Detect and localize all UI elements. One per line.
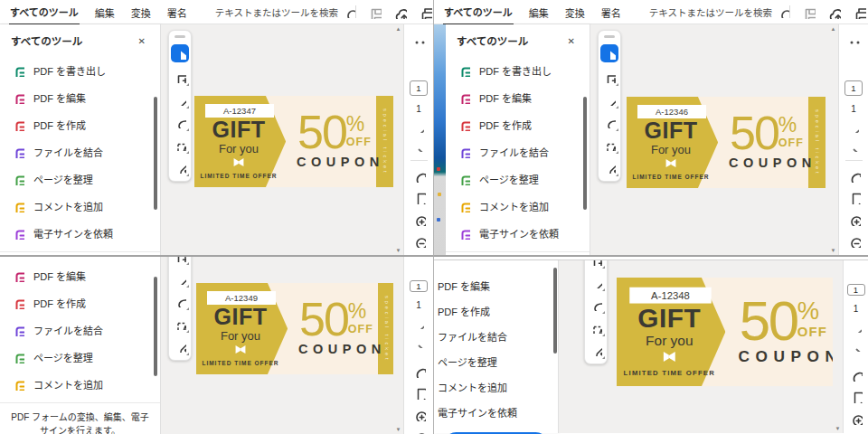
sidebar-item-combine-files[interactable]: ファイルを結合 xyxy=(446,138,590,165)
scroll-down-icon[interactable]: ▼ xyxy=(396,427,401,432)
document-scrollbar[interactable]: ▼ xyxy=(833,260,843,433)
lasso-tool-button[interactable] xyxy=(172,114,188,130)
sidebar-item-create-pdf[interactable]: PDF を作成 xyxy=(0,289,160,316)
menu-convert[interactable]: 変換 xyxy=(130,0,152,24)
scroll-up-icon[interactable]: ▲ xyxy=(831,26,836,32)
sidebar-item-export-pdf[interactable]: PDF を書き出し xyxy=(446,57,590,84)
sidebar-item-combine-files[interactable]: ファイルを結合 xyxy=(0,316,160,344)
draw-tool-button[interactable] xyxy=(601,91,618,108)
rotate-page-button[interactable] xyxy=(847,169,861,183)
sidebar-item-edit-pdf[interactable]: PDF を編集 xyxy=(446,84,590,111)
lasso-tool-button[interactable] xyxy=(172,293,188,309)
sidebar-item-organize-pages[interactable]: ページを整理 xyxy=(446,165,590,193)
next-page-button[interactable] xyxy=(851,341,862,352)
select-tool-button[interactable] xyxy=(171,44,189,62)
export-page-button[interactable] xyxy=(849,390,863,403)
zoom-out-button[interactable] xyxy=(412,234,426,248)
fill-sign-tool-button[interactable] xyxy=(172,338,188,354)
rotate-page-button[interactable] xyxy=(849,368,863,382)
close-icon[interactable]: ✕ xyxy=(564,34,579,48)
search-input[interactable]: テキストまたはツールを検索 xyxy=(215,5,355,19)
sidebar-item-request-esign[interactable]: 電子サインを依頼 xyxy=(446,220,590,247)
sidebar-item-organize-pages[interactable]: ページを整理 xyxy=(0,165,160,193)
sidebar-item-create-pdf[interactable]: PDF を作成 xyxy=(0,111,160,138)
drag-handle-icon[interactable] xyxy=(175,35,185,38)
sidebar-scrollbar[interactable] xyxy=(583,97,587,210)
zoom-in-button[interactable] xyxy=(847,212,861,226)
previous-page-button[interactable] xyxy=(413,318,424,329)
next-page-button[interactable] xyxy=(413,337,424,348)
export-page-button[interactable] xyxy=(847,191,861,204)
save-icon[interactable] xyxy=(368,5,382,19)
menu-edit[interactable]: 編集 xyxy=(528,0,550,24)
print-icon[interactable] xyxy=(419,5,432,19)
export-page-button[interactable] xyxy=(412,386,426,400)
more-options-button[interactable] xyxy=(847,32,861,45)
sidebar-item-combine-files[interactable]: ファイルを結合 xyxy=(434,324,558,349)
fill-sign-tool-button[interactable] xyxy=(172,159,188,175)
drag-handle-icon[interactable] xyxy=(604,35,615,38)
sidebar-item-add-comment[interactable]: コメントを追加 xyxy=(446,193,590,220)
menu-sign[interactable]: 署名 xyxy=(166,0,188,24)
zoom-out-button[interactable] xyxy=(412,429,426,434)
document-scrollbar[interactable]: ▲▼ xyxy=(393,24,403,255)
export-page-button[interactable] xyxy=(412,191,426,204)
previous-page-button[interactable] xyxy=(851,322,862,333)
sidebar-item-add-comment[interactable]: コメントを追加 xyxy=(434,374,558,400)
draw-tool-button[interactable] xyxy=(172,91,188,108)
close-icon[interactable]: ✕ xyxy=(135,34,149,48)
document-scrollbar[interactable]: ▲▼ xyxy=(828,24,838,255)
page-number-input[interactable]: 1 xyxy=(410,80,428,96)
previous-page-button[interactable] xyxy=(848,122,859,133)
sidebar-item-edit-pdf[interactable]: PDF を編集 xyxy=(0,262,160,289)
text-box-tool-button[interactable] xyxy=(601,137,618,153)
comment-tool-button[interactable] xyxy=(588,260,604,268)
scroll-up-icon[interactable]: ▲ xyxy=(396,26,401,32)
more-options-button[interactable] xyxy=(412,32,426,45)
sidebar-item-combine-files[interactable]: ファイルを結合 xyxy=(0,138,160,165)
print-icon[interactable] xyxy=(853,5,866,19)
menu-edit[interactable]: 編集 xyxy=(94,0,116,24)
previous-page-button[interactable] xyxy=(413,122,424,133)
select-tool-button[interactable] xyxy=(600,44,618,62)
draw-tool-button[interactable] xyxy=(588,274,604,290)
sidebar-item-edit-pdf[interactable]: PDF を編集 xyxy=(0,84,160,111)
page-number-input[interactable]: 1 xyxy=(847,284,865,296)
search-input[interactable]: テキストまたはツールを検索 xyxy=(649,5,789,19)
next-page-button[interactable] xyxy=(413,141,424,152)
text-box-tool-button[interactable] xyxy=(172,137,188,153)
sidebar-item-organize-pages[interactable]: ページを整理 xyxy=(0,344,160,371)
page-number-input[interactable]: 1 xyxy=(410,280,428,292)
fill-sign-tool-button[interactable] xyxy=(588,342,604,358)
menu-all-tools[interactable]: すべてのツール xyxy=(443,0,514,25)
menu-convert[interactable]: 変換 xyxy=(564,0,586,24)
sidebar-item-edit-pdf[interactable]: PDF を編集 xyxy=(434,273,558,298)
sidebar-scrollbar[interactable] xyxy=(154,97,157,210)
document-scrollbar[interactable]: ▼ xyxy=(393,257,403,434)
page-number-input[interactable]: 1 xyxy=(844,80,863,96)
next-page-button[interactable] xyxy=(848,141,859,152)
sidebar-item-request-esign[interactable]: 電子サインを依頼 xyxy=(434,400,558,425)
lasso-tool-button[interactable] xyxy=(588,297,604,313)
comment-tool-button[interactable] xyxy=(601,69,618,85)
sidebar-item-add-comment[interactable]: コメントを追加 xyxy=(0,193,160,220)
sidebar-item-add-comment[interactable]: コメントを追加 xyxy=(0,371,160,398)
menu-all-tools[interactable]: すべてのツール xyxy=(9,0,80,25)
scroll-down-icon[interactable]: ▼ xyxy=(831,248,836,253)
cloud-upload-icon[interactable] xyxy=(393,5,407,19)
scroll-down-icon[interactable]: ▼ xyxy=(396,248,401,253)
zoom-in-button[interactable] xyxy=(849,411,863,425)
comment-tool-button[interactable] xyxy=(172,69,188,85)
zoom-in-button[interactable] xyxy=(412,212,426,226)
draw-tool-button[interactable] xyxy=(172,270,188,287)
menu-sign[interactable]: 署名 xyxy=(600,0,622,24)
comment-tool-button[interactable] xyxy=(172,257,188,264)
text-box-tool-button[interactable] xyxy=(172,316,188,332)
rotate-page-button[interactable] xyxy=(412,364,426,378)
text-box-tool-button[interactable] xyxy=(588,319,604,335)
fill-sign-tool-button[interactable] xyxy=(601,159,618,175)
zoom-in-button[interactable] xyxy=(412,408,426,421)
zoom-out-button[interactable] xyxy=(847,234,861,248)
sidebar-item-request-esign[interactable]: 電子サインを依頼 xyxy=(0,220,160,247)
sidebar-item-organize-pages[interactable]: ページを整理 xyxy=(434,349,558,374)
